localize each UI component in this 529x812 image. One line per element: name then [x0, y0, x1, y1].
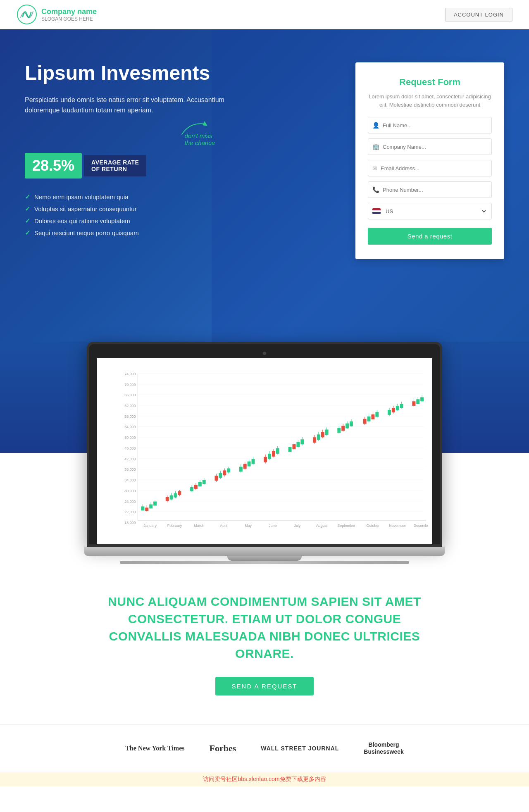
list-item: ✓Nemo enm ipsam voluptatem quia [25, 193, 227, 201]
svg-rect-86 [268, 454, 271, 459]
laptop-screen: 74,000 70,000 66,000 62,000 58,000 54,00… [97, 358, 432, 544]
svg-rect-108 [337, 428, 341, 433]
svg-rect-76 [239, 467, 243, 471]
request-form-card: Request Form Lorem ipsum dolor sit amet,… [355, 62, 504, 259]
chart-container: 74,000 70,000 66,000 62,000 58,000 54,00… [97, 358, 432, 544]
svg-rect-52 [166, 497, 169, 501]
laptop-outer: 74,000 70,000 66,000 62,000 58,000 54,00… [87, 342, 442, 547]
form-title: Request Form [368, 77, 492, 88]
laptop-wrapper: 74,000 70,000 66,000 62,000 58,000 54,00… [87, 342, 442, 564]
svg-text:August: August [316, 524, 328, 528]
press-logo-forbes: Forbes [209, 743, 236, 754]
svg-text:January: January [143, 524, 157, 528]
press-section: The New York Times Forbes WALL STREET JO… [0, 724, 529, 772]
svg-text:April: April [220, 524, 227, 528]
svg-rect-128 [396, 406, 399, 410]
slogan: SLOGAN GOES HERE [41, 16, 97, 22]
rate-label: AVERAGE RATE OF RETURN [84, 155, 146, 176]
svg-rect-126 [392, 408, 395, 412]
svg-rect-92 [288, 447, 292, 452]
country-select[interactable]: US UK CA AU DE FR [384, 208, 487, 215]
svg-rect-98 [300, 439, 304, 444]
full-name-input[interactable] [383, 122, 487, 129]
logo-area: Company name SLOGAN GOES HERE [17, 4, 97, 25]
svg-text:March: March [194, 524, 205, 528]
company-name: Company name [41, 7, 97, 16]
list-item: ✓Dolores eos qui ratione voluptatem [25, 217, 227, 225]
svg-rect-62 [194, 485, 198, 489]
svg-rect-80 [248, 462, 251, 467]
svg-rect-84 [264, 457, 267, 462]
svg-rect-60 [190, 487, 193, 491]
hero-description: Perspiciatis unde omnis iste natus error… [25, 95, 227, 116]
full-name-field[interactable]: 👤 [368, 117, 492, 133]
svg-text:30,000: 30,000 [124, 489, 136, 493]
svg-rect-58 [178, 491, 181, 495]
svg-rect-120 [371, 414, 374, 419]
dont-miss-text: don't missthe chance [185, 132, 215, 146]
flag-icon [372, 208, 381, 214]
cta-section: NUNC ALIQUAM CONDIMENTUM SAPIEN SIT AMET… [0, 564, 529, 724]
rate-label-line2: OF RETURN [91, 166, 127, 172]
checklist: ✓Nemo enm ipsam voluptatem quia ✓Volupta… [25, 193, 227, 237]
svg-text:58,000: 58,000 [124, 414, 136, 419]
laptop-camera [263, 352, 266, 355]
company-name-field[interactable]: 🏢 [368, 138, 492, 155]
svg-rect-102 [317, 434, 320, 440]
dont-miss-area: don't missthe chance [25, 124, 227, 149]
svg-rect-122 [375, 412, 379, 417]
check-icon: ✓ [25, 193, 30, 201]
country-select-wrapper[interactable]: US UK CA AU DE FR [368, 203, 492, 219]
svg-text:42,000: 42,000 [124, 457, 136, 461]
list-item: ✓Voluptas sit aspernatur consequuntur [25, 205, 227, 213]
watermark-text: 访问卖号社区bbs.xlenlao.com免费下载更多内容 [203, 776, 326, 782]
account-login-button[interactable]: ACCOUNT LOGIN [445, 8, 512, 21]
person-icon: 👤 [372, 122, 379, 129]
cta-title: NUNC ALIQUAM CONDIMENTUM SAPIEN SIT AMET… [107, 593, 422, 662]
svg-rect-96 [296, 442, 300, 447]
svg-rect-90 [276, 448, 279, 454]
laptop-section: 74,000 70,000 66,000 62,000 58,000 54,00… [0, 342, 529, 564]
check-icon: ✓ [25, 217, 30, 225]
svg-rect-44 [141, 506, 144, 510]
svg-text:46,000: 46,000 [124, 446, 136, 450]
phone-field[interactable]: 📞 [368, 181, 492, 198]
svg-rect-64 [198, 482, 202, 486]
building-icon: 🏢 [372, 143, 379, 150]
svg-text:September: September [337, 524, 355, 528]
press-logo-wsj: WALL STREET JOURNAL [261, 745, 339, 752]
svg-text:34,000: 34,000 [124, 478, 136, 482]
company-name-input[interactable] [383, 144, 487, 150]
logo-text-group: Company name SLOGAN GOES HERE [41, 7, 97, 22]
svg-text:50,000: 50,000 [124, 436, 136, 440]
press-logo-bloomberg: BloombergBusinessweek [364, 741, 404, 755]
svg-text:22,000: 22,000 [124, 510, 136, 514]
check-icon: ✓ [25, 205, 30, 213]
svg-rect-72 [223, 470, 226, 475]
svg-text:54,000: 54,000 [124, 425, 136, 429]
svg-rect-54 [170, 495, 173, 500]
svg-text:74,000: 74,000 [124, 372, 136, 376]
svg-rect-50 [153, 502, 157, 506]
watermark: 访问卖号社区bbs.xlenlao.com免费下载更多内容 [0, 772, 529, 786]
email-input[interactable] [381, 165, 487, 171]
svg-rect-116 [363, 419, 367, 424]
svg-text:26,000: 26,000 [124, 500, 136, 504]
svg-text:38,000: 38,000 [124, 467, 136, 471]
svg-text:70,000: 70,000 [124, 383, 136, 387]
phone-input[interactable] [383, 187, 487, 193]
email-field[interactable]: ✉ [368, 160, 492, 176]
svg-rect-124 [388, 410, 391, 415]
rate-number: 28.5% [25, 153, 82, 179]
svg-text:November: November [389, 524, 406, 528]
svg-rect-130 [400, 404, 403, 408]
form-description: Lorem ipsum dolor sit amet, consectetur … [368, 93, 492, 109]
svg-rect-56 [174, 493, 177, 498]
hero-section: Lipsum Invesments Perspiciatis unde omni… [0, 29, 529, 342]
list-item: ✓Sequi nesciunt neque porro quisquam [25, 229, 227, 237]
svg-text:May: May [245, 524, 252, 528]
svg-rect-100 [313, 437, 316, 443]
svg-text:62,000: 62,000 [124, 404, 136, 408]
cta-button[interactable]: SEND A REQUEST [215, 677, 314, 695]
submit-button[interactable]: Send a request [368, 228, 492, 245]
